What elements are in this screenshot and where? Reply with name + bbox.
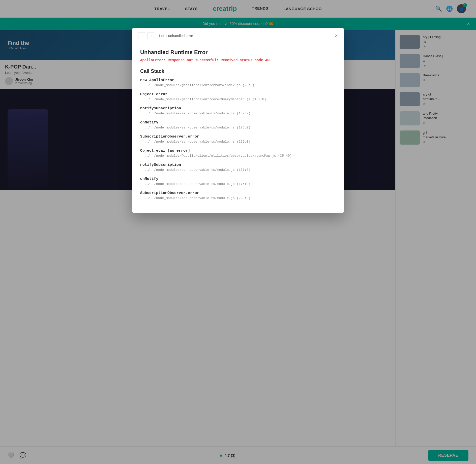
stack-file: ../../node_modules/zen-observable-ts/mod…: [140, 126, 336, 129]
stack-item: new ApolloError ../../node_modules/@apol…: [140, 78, 336, 87]
error-modal: ← → 1 of 1 unhandled error × Unhandled R…: [132, 28, 344, 213]
stack-file: ../../node_modules/zen-observable-ts/mod…: [140, 196, 336, 200]
stack-file: ../../node_modules/zen-observable-ts/mod…: [140, 168, 336, 172]
stack-item: Object.eval [as error] ../../node_module…: [140, 149, 336, 158]
stack-function: Object.eval [as error]: [140, 149, 336, 153]
stack-function: SubscriptionObserver.error: [140, 191, 336, 195]
stack-file: ../../node_modules/zen-observable-ts/mod…: [140, 112, 336, 115]
stack-item: Object.error ../../node_modules/@apollo/…: [140, 92, 336, 101]
stack-file: ../../node_modules/@apollo/client/errors…: [140, 83, 336, 87]
error-message: ApolloError: Response not successful: Re…: [140, 58, 336, 62]
stack-function: onNotify: [140, 177, 336, 181]
stack-item: onNotify ../../node_modules/zen-observab…: [140, 120, 336, 129]
stack-file: ../../node_modules/@apollo/client/core/Q…: [140, 97, 336, 101]
stack-function: Object.error: [140, 92, 336, 96]
call-stack-title: Call Stack: [140, 68, 336, 74]
stack-function: notifySubscription: [140, 106, 336, 111]
modal-nav: ← → 1 of 1 unhandled error: [138, 32, 193, 39]
error-title: Unhandled Runtime Error: [140, 49, 336, 56]
stack-function: SubscriptionObserver.error: [140, 135, 336, 139]
next-error-button[interactable]: →: [147, 32, 154, 39]
error-counter: 1 of 1 unhandled error: [158, 34, 193, 38]
stack-file: ../../node_modules/@apollo/client/utilit…: [140, 154, 336, 158]
prev-error-button[interactable]: ←: [138, 32, 145, 39]
stack-function: onNotify: [140, 120, 336, 125]
stack-function: notifySubscription: [140, 163, 336, 167]
stack-item: notifySubscription ../../node_modules/ze…: [140, 163, 336, 172]
stack-item: onNotify ../../node_modules/zen-observab…: [140, 177, 336, 186]
modal-close-button[interactable]: ×: [335, 33, 338, 39]
stack-function: new ApolloError: [140, 78, 336, 82]
stack-file: ../../node_modules/zen-observable-ts/mod…: [140, 182, 336, 186]
stack-item: notifySubscription ../../node_modules/ze…: [140, 106, 336, 115]
stack-file: ../../node_modules/zen-observable-ts/mod…: [140, 140, 336, 144]
modal-overlay[interactable]: ← → 1 of 1 unhandled error × Unhandled R…: [0, 0, 476, 464]
modal-body: Unhandled Runtime Error ApolloError: Res…: [132, 43, 344, 213]
stack-item: SubscriptionObserver.error ../../node_mo…: [140, 135, 336, 144]
modal-header: ← → 1 of 1 unhandled error ×: [132, 28, 344, 43]
stack-item: SubscriptionObserver.error ../../node_mo…: [140, 191, 336, 200]
